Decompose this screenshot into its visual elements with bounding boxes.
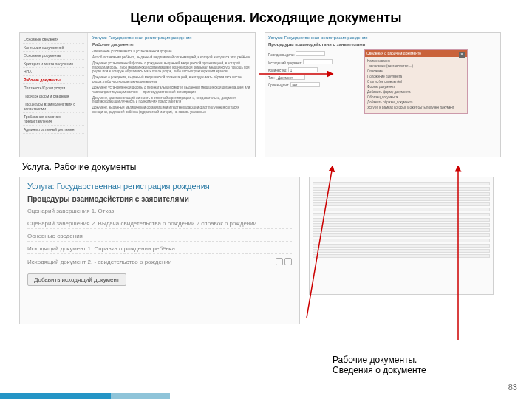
popup-header: Сведения о рабочем документе bbox=[365, 50, 467, 57]
footer-bar bbox=[0, 393, 532, 399]
form-input[interactable]: нет bbox=[290, 82, 320, 87]
doc-item[interactable]: Документ установленной формы о рождении,… bbox=[92, 61, 250, 75]
service-title: Услуга: Государственная регистрация рожд… bbox=[92, 35, 250, 40]
top-panels: Основные сведенияКатегория получателейОс… bbox=[0, 32, 532, 157]
sidebar: Основные сведенияКатегория получателейОс… bbox=[20, 33, 88, 157]
sidebar-item[interactable]: Категория получателей bbox=[23, 44, 84, 52]
sidebar-item[interactable]: Основные документы bbox=[23, 52, 84, 60]
form-input[interactable]: 1 bbox=[288, 67, 318, 72]
slide-title: Цели обращения. Исходящие документы bbox=[0, 0, 532, 32]
procedures-heading: Процедуры взаимодействия с заявителями bbox=[27, 195, 292, 203]
doc-item[interactable]: Документ о рождении, выданный медицинско… bbox=[92, 75, 250, 84]
panel-procedures: Услуга: Государственная регистрация рожд… bbox=[19, 177, 300, 324]
page-number: 83 bbox=[508, 383, 517, 392]
procedures-heading: Процедуры взаимодействия с заявителями bbox=[268, 42, 497, 47]
sidebar-item[interactable]: Рабочие документы bbox=[23, 76, 84, 84]
form-field: Срок выдачи: нет bbox=[268, 82, 364, 87]
add-outgoing-doc-button[interactable]: Добавить исходящий документ bbox=[27, 273, 126, 286]
popup-field[interactable]: Добавить образец документа bbox=[367, 100, 465, 104]
panel-doc-details bbox=[309, 177, 494, 295]
doc-item[interactable]: Документ, выданный медицинской организац… bbox=[92, 106, 250, 115]
form-input[interactable] bbox=[296, 51, 325, 56]
form-field: Порядок выдачи: bbox=[268, 51, 364, 57]
panel-doc-form: Услуга: Государственная регистрация рожд… bbox=[265, 32, 501, 157]
sidebar-item[interactable]: Критерии и место получения bbox=[23, 60, 84, 68]
popup-field[interactable]: Статус (не определён) bbox=[367, 80, 465, 83]
sidebar-item[interactable]: Порядок форм и сведения bbox=[23, 92, 84, 100]
service-title: Услуга: Государственная регистрация рожд… bbox=[268, 35, 497, 40]
sidebar-item[interactable]: Платность/Сроки услуги bbox=[23, 84, 84, 92]
doc-info-popup: Сведения о рабочем документе × Наименова… bbox=[364, 49, 468, 114]
popup-field[interactable]: - заявление (составляется ...) bbox=[367, 64, 465, 68]
form-left-col: Порядок выдачи: Исходящий документ: Коли… bbox=[268, 49, 364, 114]
detail-blocks bbox=[313, 182, 490, 258]
section-heading: Рабочие документы bbox=[92, 42, 250, 47]
doc-item[interactable]: Акт об оставлении ребёнка, выданный меди… bbox=[92, 55, 250, 60]
procedure-row[interactable]: Исходящий документ 2. - свидетельство о … bbox=[27, 258, 292, 267]
form-field: Количество: 1 bbox=[268, 67, 364, 72]
popup-field[interactable]: Услуги, в рамках которых может быть полу… bbox=[367, 106, 465, 109]
sidebar-item[interactable]: Процедуры взаимодействия с заявителями bbox=[23, 100, 84, 113]
caption-bottom: Рабочие документы. Сведения о документе bbox=[332, 355, 426, 375]
doc-item[interactable]: Документ установленной формы о перинатал… bbox=[92, 86, 250, 95]
procedure-row[interactable]: Сценарий завершения 1. Отказ bbox=[27, 208, 292, 216]
panel-service-docs: Основные сведенияКатегория получателейОс… bbox=[19, 32, 256, 157]
procedure-row[interactable]: Исходящий документ 1. Справка о рождении… bbox=[27, 245, 292, 254]
popup-field[interactable]: Формы документа bbox=[367, 85, 465, 89]
caption-top: Услуга. Рабочие документы bbox=[0, 157, 532, 177]
sidebar-item[interactable]: Административный регламент bbox=[23, 126, 84, 134]
sidebar-item[interactable]: Требования к местам предоставления bbox=[23, 113, 84, 126]
popup-field[interactable]: Добавить форму документа bbox=[367, 90, 465, 94]
doc-item[interactable]: -заявление (составляется в установленной… bbox=[92, 50, 250, 54]
edit-icon[interactable] bbox=[276, 258, 283, 265]
sidebar-item[interactable]: НПА bbox=[23, 68, 84, 76]
form-input[interactable]: Документ bbox=[276, 75, 305, 80]
popup-field[interactable]: Положение документа bbox=[367, 75, 465, 78]
procedure-row[interactable]: Сценарий завершения 2. Выдача свидетельс… bbox=[27, 220, 292, 229]
delete-icon[interactable] bbox=[284, 258, 292, 265]
form-field: Исходящий документ: bbox=[268, 59, 364, 65]
form-input[interactable] bbox=[303, 59, 332, 64]
add-doc-row: Добавить исходящий документ bbox=[27, 273, 292, 286]
service-title: Услуга: Государственная регистрация рожд… bbox=[27, 182, 292, 191]
popup-field[interactable]: Описание bbox=[367, 69, 465, 73]
popup-field[interactable]: Образец документа bbox=[367, 95, 465, 99]
doc-item[interactable]: Документ, удостоверяющий личность с отме… bbox=[92, 96, 250, 105]
procedure-row[interactable]: Основные сведения bbox=[27, 233, 292, 242]
bottom-panels: Услуга: Государственная регистрация рожд… bbox=[0, 177, 532, 324]
form-field: Тип: Документ bbox=[268, 75, 364, 80]
popup-field[interactable]: Наименование bbox=[367, 59, 465, 63]
close-icon[interactable]: × bbox=[459, 52, 465, 58]
sidebar-item[interactable]: Основные сведения bbox=[23, 35, 84, 44]
panel-main: Услуга: Государственная регистрация рожд… bbox=[88, 33, 255, 157]
